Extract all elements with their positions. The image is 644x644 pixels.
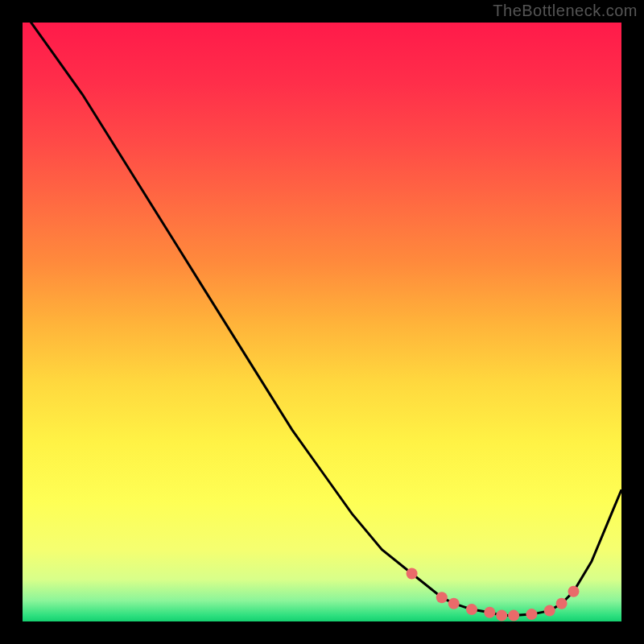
- curve-marker: [526, 609, 537, 620]
- curve-marker: [407, 568, 418, 580]
- curve-marker: [508, 610, 519, 621]
- plot-area: [23, 23, 621, 621]
- curve-marker: [556, 598, 568, 609]
- watermark-label: TheBottleneck.com: [493, 2, 638, 20]
- curve-marker: [568, 586, 580, 597]
- chart-frame: TheBottleneck.com: [0, 0, 644, 644]
- curve-marker: [436, 592, 448, 603]
- curve-marker: [448, 598, 460, 609]
- curve-marker: [544, 605, 555, 617]
- chart-svg: [23, 23, 621, 621]
- curve-marker: [484, 607, 495, 618]
- curve-marker: [466, 604, 477, 615]
- curve-marker: [496, 610, 507, 621]
- gradient-background: [23, 23, 621, 621]
